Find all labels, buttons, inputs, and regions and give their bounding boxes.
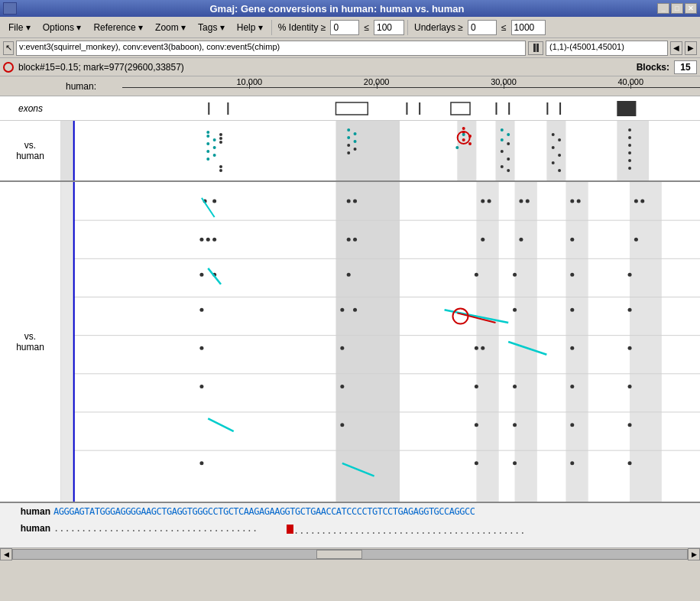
svg-point-37 xyxy=(347,151,350,154)
ruler-ticks: 10,000 20,000 30,000 40,000 xyxy=(122,76,700,96)
svg-line-132 xyxy=(208,418,233,431)
svg-rect-3 xyxy=(406,102,407,115)
svg-rect-11 xyxy=(61,121,74,180)
menu-options[interactable]: Options ▾ xyxy=(37,20,87,35)
seq-area: human AGGGAGTATGGGAGGGGAAGCTGAGGTGGGCCTG… xyxy=(0,502,700,547)
svg-point-90 xyxy=(481,200,484,203)
menubar: File ▾ Options ▾ Reference ▾ Zoom ▾ Tags… xyxy=(0,17,700,38)
svg-point-88 xyxy=(347,200,351,203)
win-icon xyxy=(3,2,17,15)
seq2-content: ..................................... ..… xyxy=(53,523,700,534)
main-canvas-container[interactable] xyxy=(61,182,700,502)
minimize-button[interactable]: _ xyxy=(657,3,669,14)
cursor-tool[interactable]: ↖ xyxy=(3,41,14,55)
menu-reference[interactable]: Reference ▾ xyxy=(88,20,148,35)
svg-point-117 xyxy=(570,308,574,312)
sequence-display: v:event3(squirrel_monkey), conv:event3(b… xyxy=(16,41,526,56)
menu-separator-1 xyxy=(271,20,272,35)
menu-tags[interactable]: Tags ▾ xyxy=(193,20,230,35)
svg-point-19 xyxy=(206,135,209,138)
svg-rect-66 xyxy=(61,182,74,502)
svg-rect-13 xyxy=(457,121,476,180)
svg-point-89 xyxy=(353,200,357,203)
menu-zoom[interactable]: Zoom ▾ xyxy=(150,20,191,35)
ruler-label: human: xyxy=(61,81,122,92)
overview-canvas[interactable] xyxy=(61,121,700,180)
dotplot-main[interactable]: vs. human xyxy=(0,182,700,502)
svg-point-81 xyxy=(212,200,216,203)
svg-rect-9 xyxy=(559,102,561,115)
svg-point-120 xyxy=(340,346,344,350)
svg-point-28 xyxy=(219,141,222,144)
svg-point-124 xyxy=(570,346,574,350)
svg-point-65 xyxy=(628,167,631,170)
svg-point-20 xyxy=(213,138,216,141)
window-title: Gmaj: Gene conversions in human: human v… xyxy=(17,3,657,15)
svg-point-24 xyxy=(213,154,216,157)
nav-back-button[interactable]: ◀ xyxy=(670,41,682,55)
svg-point-133 xyxy=(340,423,344,427)
scroll-track[interactable] xyxy=(12,549,688,560)
svg-point-127 xyxy=(340,385,344,388)
svg-point-115 xyxy=(353,308,357,312)
svg-point-143 xyxy=(628,461,632,465)
svg-point-42 xyxy=(468,142,472,145)
svg-point-134 xyxy=(475,423,478,427)
menu-file[interactable]: File ▾ xyxy=(3,20,36,35)
svg-point-135 xyxy=(513,423,517,427)
close-button[interactable]: ✕ xyxy=(685,3,697,14)
identity-label: % Identity ≥ xyxy=(275,22,329,33)
tick-label-3: 30,000 xyxy=(491,77,517,86)
svg-point-93 xyxy=(526,200,530,203)
svg-point-107 xyxy=(570,273,574,277)
identity-max-input[interactable] xyxy=(374,20,404,35)
dotplot-overview[interactable]: vs. human xyxy=(0,121,700,182)
svg-point-104 xyxy=(347,273,351,277)
svg-rect-7 xyxy=(508,102,510,115)
seq2-dots-after: ........................................… xyxy=(293,525,525,534)
identity-min-input[interactable] xyxy=(330,20,359,35)
svg-point-103 xyxy=(634,238,638,242)
blocks-label: Blocks: xyxy=(637,62,669,73)
underlays-max-input[interactable] xyxy=(511,20,546,35)
status-text: block#15=0.15; mark=977(29600,33857) xyxy=(18,62,632,73)
svg-point-58 xyxy=(552,161,555,164)
nav-forward-button[interactable]: ▶ xyxy=(685,41,697,55)
svg-rect-16 xyxy=(617,121,649,180)
exon-track: exons xyxy=(0,96,700,121)
svg-point-140 xyxy=(475,461,478,465)
svg-point-26 xyxy=(219,133,222,136)
exons-label: exons xyxy=(0,103,61,114)
hscrollbar: ◀ ▶ xyxy=(0,547,700,560)
svg-rect-14 xyxy=(495,121,514,180)
menu-help[interactable]: Help ▾ xyxy=(232,20,268,35)
maximize-button[interactable]: □ xyxy=(671,3,683,14)
svg-rect-8 xyxy=(546,102,548,115)
svg-point-57 xyxy=(558,154,561,157)
pause-button[interactable] xyxy=(528,41,543,55)
locationbar: ↖ v:event3(squirrel_monkey), conv:event3… xyxy=(0,38,700,58)
svg-point-122 xyxy=(481,346,484,350)
svg-point-23 xyxy=(206,150,209,153)
scroll-left-button[interactable]: ◀ xyxy=(0,548,12,560)
underlays-min-input[interactable] xyxy=(468,20,497,35)
svg-point-92 xyxy=(519,200,523,203)
svg-rect-6 xyxy=(495,102,497,115)
seq1-bases: AGGGAGTATGGGAGGGGAAGCTGAGGTGGGCCTGCTCAAG… xyxy=(53,506,475,517)
scroll-right-button[interactable]: ▶ xyxy=(688,548,700,560)
exon-content[interactable] xyxy=(61,96,700,121)
svg-point-102 xyxy=(570,238,574,242)
svg-point-27 xyxy=(219,137,222,140)
scroll-thumb[interactable] xyxy=(316,550,362,559)
statusbar: block#15=0.15; mark=977(29600,33857) Blo… xyxy=(0,58,700,76)
svg-point-63 xyxy=(628,151,631,154)
svg-rect-5 xyxy=(451,102,470,115)
svg-point-108 xyxy=(628,273,632,277)
blocks-count: 15 xyxy=(674,60,697,74)
svg-point-119 xyxy=(199,346,203,350)
overview-label-line1: vs. xyxy=(24,140,36,151)
identity-lte: ≤ xyxy=(361,22,372,33)
svg-point-130 xyxy=(570,385,574,388)
svg-point-52 xyxy=(501,165,504,168)
main-view: human: 10,000 20,000 30,000 40,000 exons xyxy=(0,76,700,502)
